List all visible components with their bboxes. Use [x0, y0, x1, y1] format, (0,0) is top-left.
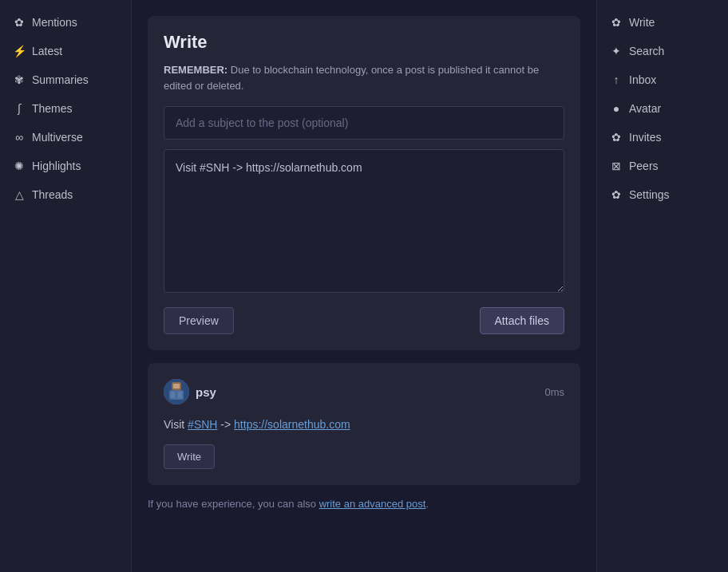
sidebar-label-write: Write — [629, 16, 655, 29]
preview-header: psy 0ms — [164, 379, 564, 404]
sidebar-item-highlights[interactable]: ✺ Highlights — [0, 152, 131, 180]
sidebar-item-avatar[interactable]: ● Avatar — [597, 94, 728, 123]
sidebar-label-peers: Peers — [629, 160, 659, 172]
main-content: Write REMEMBER: Due to blockchain techno… — [132, 0, 596, 572]
sidebar-item-multiverse[interactable]: ∞ Multiverse — [0, 123, 131, 152]
sidebar-label-highlights: Highlights — [32, 160, 81, 172]
svg-rect-5 — [178, 392, 182, 398]
multiverse-icon: ∞ — [13, 131, 26, 144]
sidebar-label-latest: Latest — [32, 45, 62, 57]
svg-rect-2 — [173, 384, 180, 389]
avatar-icon: ● — [610, 102, 623, 115]
sidebar-left: ✿ Mentions ⚡ Latest ✾ Summaries ʃ Themes… — [0, 0, 132, 572]
settings-icon: ✿ — [610, 188, 623, 201]
preview-body: Visit #SNH -> https://solarnethub.com — [164, 416, 564, 433]
attach-files-button[interactable]: Attach files — [480, 307, 564, 334]
sidebar-right: ✿ Write ✦ Search ↑ Inbox ● Avatar ✿ Invi… — [596, 0, 728, 572]
post-textarea[interactable]: Visit #SNH -> https://solarnethub.com — [164, 149, 564, 293]
sidebar-label-mentions: Mentions — [32, 16, 77, 29]
sidebar-item-themes[interactable]: ʃ Themes — [0, 94, 131, 123]
search-icon: ✦ — [610, 45, 623, 57]
sidebar-item-write[interactable]: ✿ Write — [597, 8, 728, 37]
sidebar-label-themes: Themes — [32, 102, 73, 115]
preview-hashtag[interactable]: #SNH — [188, 418, 217, 431]
invites-icon: ✿ — [610, 131, 623, 144]
notice-text: REMEMBER: Due to blockchain technology, … — [164, 62, 564, 93]
write-panel: Write REMEMBER: Due to blockchain techno… — [148, 16, 580, 350]
sidebar-label-inbox: Inbox — [629, 73, 656, 86]
advanced-post-link[interactable]: write an advanced post — [319, 498, 426, 510]
preview-user: psy — [164, 379, 216, 404]
notice-bold: REMEMBER: — [164, 64, 228, 76]
sidebar-label-multiverse: Multiverse — [32, 131, 83, 144]
preview-username: psy — [196, 385, 216, 399]
sidebar-item-summaries[interactable]: ✾ Summaries — [0, 65, 131, 94]
footer-text: If you have experience, you can also wri… — [148, 498, 580, 510]
write-button[interactable]: Write — [164, 444, 215, 469]
themes-icon: ʃ — [13, 102, 26, 115]
preview-footer: Write — [164, 444, 564, 469]
sidebar-label-threads: Threads — [32, 188, 73, 201]
preview-link[interactable]: https://solarnethub.com — [234, 418, 350, 431]
footer-end: . — [425, 498, 429, 510]
sidebar-item-search[interactable]: ✦ Search — [597, 37, 728, 65]
highlights-icon: ✺ — [13, 160, 26, 172]
peers-icon: ⊠ — [610, 160, 623, 172]
mentions-icon: ✿ — [13, 16, 26, 29]
preview-button[interactable]: Preview — [164, 307, 234, 334]
footer-prefix: If you have experience, you can also — [148, 498, 319, 510]
preview-text-prefix: Visit — [164, 418, 188, 431]
sidebar-item-peers[interactable]: ⊠ Peers — [597, 152, 728, 180]
preview-arrow: -> — [217, 418, 234, 431]
sidebar-item-invites[interactable]: ✿ Invites — [597, 123, 728, 152]
sidebar-label-avatar: Avatar — [629, 102, 661, 115]
sidebar-item-latest[interactable]: ⚡ Latest — [0, 37, 131, 65]
write-actions: Preview Attach files — [164, 307, 564, 334]
sidebar-item-mentions[interactable]: ✿ Mentions — [0, 8, 131, 37]
summaries-icon: ✾ — [13, 73, 26, 86]
write-title: Write — [164, 32, 564, 53]
sidebar-label-settings: Settings — [629, 188, 670, 201]
preview-panel: psy 0ms Visit #SNH -> https://solarnethu… — [148, 363, 580, 485]
sidebar-item-inbox[interactable]: ↑ Inbox — [597, 65, 728, 94]
sidebar-label-invites: Invites — [629, 131, 661, 144]
sidebar-label-search: Search — [629, 45, 664, 57]
threads-icon: △ — [13, 188, 26, 201]
sidebar-item-settings[interactable]: ✿ Settings — [597, 180, 728, 209]
write-icon: ✿ — [610, 16, 623, 29]
sidebar-item-threads[interactable]: △ Threads — [0, 180, 131, 209]
preview-timestamp: 0ms — [544, 386, 564, 398]
inbox-icon: ↑ — [610, 73, 623, 86]
subject-input[interactable] — [164, 106, 564, 140]
sidebar-label-summaries: Summaries — [32, 73, 89, 86]
latest-icon: ⚡ — [13, 45, 26, 57]
avatar — [164, 379, 189, 404]
svg-rect-4 — [171, 392, 175, 398]
